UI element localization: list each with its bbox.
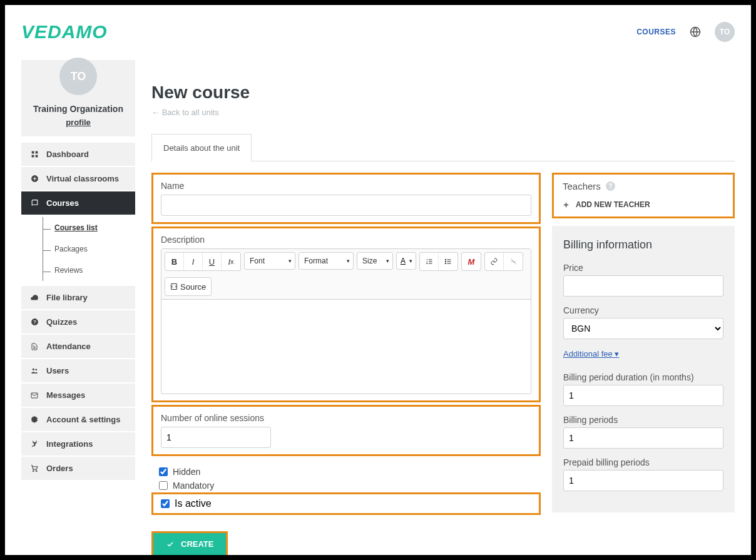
sidebar-item-label: Users — [46, 366, 69, 375]
profile-link[interactable]: profile — [66, 118, 91, 127]
sidebar-item-messages[interactable]: Messages — [21, 384, 135, 407]
underline-button[interactable]: U — [203, 253, 222, 270]
currency-select[interactable]: BGN — [563, 318, 723, 339]
name-label: Name — [161, 181, 531, 191]
svg-rect-1 — [31, 151, 34, 154]
sidebar-item-account-settings[interactable]: Account & settings — [21, 408, 135, 431]
prepaid-label: Prepaid billing periods — [563, 457, 723, 467]
hidden-checkbox[interactable] — [159, 467, 168, 476]
bold-button[interactable]: B — [165, 253, 184, 270]
active-label: Is active — [175, 498, 212, 509]
duration-input[interactable] — [563, 385, 723, 406]
svg-point-12 — [33, 471, 34, 472]
add-teacher-button[interactable]: ADD NEW TEACHER — [563, 200, 724, 209]
sessions-section: Number of online sessions — [151, 405, 541, 456]
text-color-select[interactable]: A — [396, 252, 416, 270]
sidebar-item-courses[interactable]: Courses — [21, 191, 135, 215]
sidebar-item-orders[interactable]: Orders — [21, 457, 135, 480]
hidden-label: Hidden — [173, 467, 200, 477]
sidebar-item-label: Courses — [46, 198, 79, 208]
periods-input[interactable] — [563, 427, 723, 449]
subnav-reviews[interactable]: Reviews — [43, 260, 135, 281]
teachers-title: Teachers — [563, 181, 601, 191]
sidebar-item-attendance[interactable]: Attendance — [21, 335, 135, 358]
mandatory-checkbox-row[interactable]: Mandatory — [151, 479, 541, 492]
tab-details[interactable]: Details about the unit — [151, 134, 252, 161]
sidebar-item-label: Orders — [46, 464, 73, 473]
plus-circle-icon — [30, 175, 39, 183]
sidebar-item-virtual-classrooms[interactable]: Virtual classrooms — [21, 167, 135, 190]
sidebar-item-label: Quizzes — [46, 317, 77, 327]
active-section: Is active — [151, 492, 541, 515]
back-link[interactable]: ← Back to all units — [151, 108, 219, 117]
svg-text:?: ? — [33, 319, 36, 325]
avatar-large: TO — [59, 58, 97, 95]
description-section: Description B I U Ix Font — [151, 227, 541, 402]
nav-courses-link[interactable]: COURSES — [636, 28, 676, 36]
source-button[interactable]: Source — [165, 278, 211, 295]
create-button[interactable]: CREATE — [153, 533, 226, 555]
profile-box: TO Training Organization profile — [21, 60, 135, 136]
italic-button[interactable]: I — [184, 253, 203, 270]
avatar[interactable]: TO — [715, 22, 735, 42]
grid-icon — [30, 150, 39, 158]
svg-rect-4 — [35, 155, 38, 158]
svg-point-14 — [445, 259, 446, 260]
mandatory-label: Mandatory — [173, 481, 214, 491]
editor-body[interactable] — [161, 300, 531, 394]
unlink-button[interactable] — [504, 253, 523, 270]
subnav-courses-list[interactable]: Courses list — [43, 217, 135, 238]
help-icon[interactable]: ? — [606, 181, 615, 191]
ordered-list-button[interactable] — [420, 253, 439, 270]
active-checkbox[interactable] — [161, 499, 170, 508]
billing-panel: Billing information Price Currency BGN A… — [552, 226, 735, 512]
sidebar-item-label: Attendance — [46, 342, 91, 351]
additional-fee-link[interactable]: Additional fee ▾ — [563, 349, 619, 359]
format-select[interactable]: Format — [299, 252, 354, 270]
cart-icon — [30, 464, 39, 472]
name-input[interactable] — [161, 195, 531, 216]
subnav-packages[interactable]: Packages — [43, 238, 135, 260]
svg-point-13 — [36, 471, 37, 472]
envelope-icon — [30, 392, 39, 399]
billing-title: Billing information — [563, 238, 723, 252]
hidden-checkbox-row[interactable]: Hidden — [151, 465, 541, 479]
globe-icon[interactable] — [690, 26, 701, 38]
gear-icon — [30, 415, 39, 424]
sidebar-item-file-library[interactable]: File library — [21, 286, 135, 309]
brand-logo: VEDAMO — [21, 21, 108, 43]
sidebar-item-dashboard[interactable]: Dashboard — [21, 143, 135, 166]
font-select[interactable]: Font — [244, 252, 295, 270]
sidebar-item-label: File library — [46, 293, 88, 302]
file-icon — [30, 342, 39, 351]
sessions-label: Number of online sessions — [161, 413, 531, 423]
currency-label: Currency — [563, 305, 723, 315]
sidebar-item-quizzes[interactable]: ? Quizzes — [21, 310, 135, 333]
prepaid-input[interactable] — [563, 470, 723, 491]
name-section: Name — [151, 173, 541, 224]
sidebar-item-label: Account & settings — [46, 415, 120, 424]
size-select[interactable]: Size — [357, 252, 393, 270]
plug-icon — [30, 440, 39, 449]
price-input[interactable] — [563, 275, 723, 297]
unordered-list-button[interactable] — [439, 253, 457, 270]
link-button[interactable] — [485, 253, 504, 270]
price-label: Price — [563, 263, 723, 273]
sidebar-item-integrations[interactable]: Integrations — [21, 432, 135, 456]
users-icon — [30, 367, 39, 375]
duration-label: Billing period duration (in months) — [563, 372, 723, 382]
media-button[interactable]: M — [462, 253, 481, 270]
sidebar-item-label: Messages — [46, 390, 85, 400]
rich-text-editor: B I U Ix Font Format Size A — [161, 248, 531, 394]
book-icon — [30, 199, 39, 207]
clear-format-button[interactable]: Ix — [222, 253, 240, 270]
svg-rect-3 — [31, 155, 34, 158]
svg-point-16 — [445, 263, 446, 264]
sidebar-item-users[interactable]: Users — [21, 359, 135, 382]
sidebar-item-label: Dashboard — [46, 150, 89, 159]
sessions-input[interactable] — [161, 427, 271, 448]
mandatory-checkbox[interactable] — [159, 481, 168, 490]
svg-point-9 — [35, 369, 37, 371]
sidebar-item-label: Virtual classrooms — [46, 174, 119, 183]
org-name: Training Organization — [28, 104, 129, 114]
